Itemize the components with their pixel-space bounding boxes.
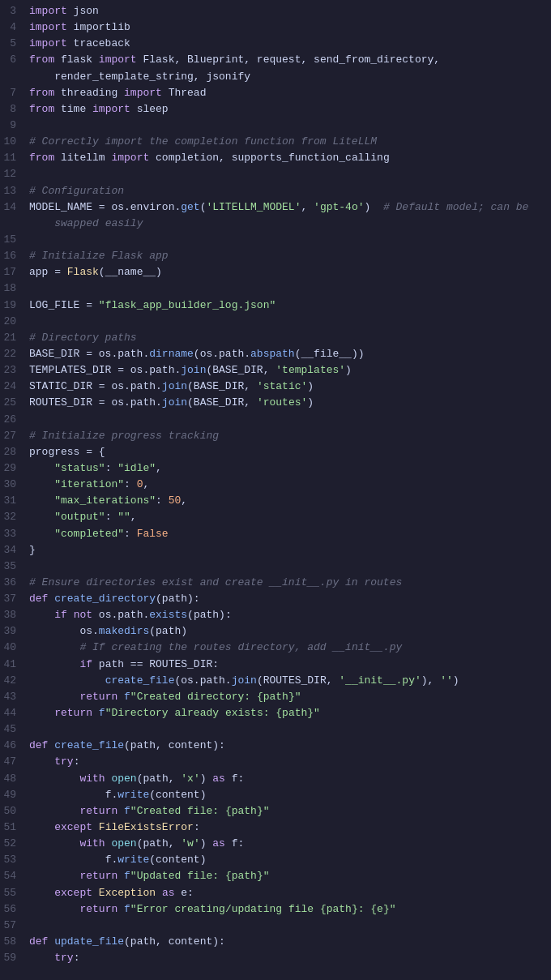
code-line: 46def create_file(path, content): xyxy=(0,738,551,754)
code-line: 14MODEL_NAME = os.environ.get('LITELLM_M… xyxy=(0,199,551,216)
code-line: 25ROUTES_DIR = os.path.join(BASE_DIR, 'r… xyxy=(0,395,551,411)
code-line: 26 xyxy=(0,412,551,428)
code-line: 18 xyxy=(0,280,551,297)
line-number: 52 xyxy=(0,836,29,852)
code-line: swapped easily xyxy=(0,216,551,232)
line-number: 5 xyxy=(0,36,29,52)
code-line: 55 except Exception as e: xyxy=(0,885,551,901)
code-line: render_template_string, jsonify xyxy=(0,69,551,85)
line-content: "completed": False xyxy=(29,526,551,542)
code-line: 30 "iteration": 0, xyxy=(0,477,551,493)
line-content: return f"Error creating/updating file {p… xyxy=(29,901,551,918)
code-editor: 3import json4import importlib5import tra… xyxy=(0,0,551,969)
code-line: 17app = Flask(__name__) xyxy=(0,264,551,280)
code-line: 23TEMPLATES_DIR = os.path.join(BASE_DIR,… xyxy=(0,362,551,379)
line-content: "output": "", xyxy=(29,509,551,525)
line-content: if not os.path.exists(path): xyxy=(29,607,551,623)
line-number: 54 xyxy=(0,868,29,884)
line-content: return f"Created directory: {path}" xyxy=(29,689,551,705)
line-number: 7 xyxy=(0,85,29,101)
line-content: def create_directory(path): xyxy=(29,591,551,607)
line-number: 47 xyxy=(0,754,29,770)
line-content: from threading import Thread xyxy=(29,85,551,101)
line-number: 44 xyxy=(0,705,29,721)
line-content: # Directory paths xyxy=(29,330,551,346)
code-line: 49 f.write(content) xyxy=(0,787,551,803)
line-content: import json xyxy=(29,3,551,19)
line-content: try: xyxy=(29,754,551,770)
line-number: 20 xyxy=(0,314,29,330)
code-line: 52 with open(path, 'w') as f: xyxy=(0,836,551,852)
line-content: # Configuration xyxy=(29,183,551,199)
line-content: def create_file(path, content): xyxy=(29,738,551,754)
line-number: 31 xyxy=(0,493,29,509)
code-line: 37def create_directory(path): xyxy=(0,591,551,607)
line-content: BASE_DIR = os.path.dirname(os.path.abspa… xyxy=(29,346,551,362)
line-number: 22 xyxy=(0,346,29,362)
line-content: progress = { xyxy=(29,444,551,460)
line-number: 16 xyxy=(0,248,29,264)
line-number: 24 xyxy=(0,379,29,395)
line-number: 21 xyxy=(0,330,29,346)
line-number: 28 xyxy=(0,444,29,460)
code-line: 21# Directory paths xyxy=(0,330,551,346)
line-content: # Correctly import the completion functi… xyxy=(29,134,551,150)
line-number: 32 xyxy=(0,509,29,525)
code-line: 43 return f"Created directory: {path}" xyxy=(0,689,551,705)
line-number: 37 xyxy=(0,591,29,607)
line-number: 55 xyxy=(0,885,29,901)
line-content: from time import sleep xyxy=(29,101,551,118)
line-content: except FileExistsError: xyxy=(29,820,551,836)
code-line: 9 xyxy=(0,118,551,134)
line-number: 3 xyxy=(0,3,29,19)
line-content: return f"Created file: {path}" xyxy=(29,803,551,820)
line-content: from litellm import completion, supports… xyxy=(29,150,551,166)
code-line: 6from flask import Flask, Blueprint, req… xyxy=(0,52,551,68)
line-content: # Initialize Flask app xyxy=(29,248,551,264)
line-number: 38 xyxy=(0,607,29,623)
line-number: 36 xyxy=(0,575,29,591)
line-content: } xyxy=(29,542,551,558)
code-line: 20 xyxy=(0,314,551,330)
line-content: if path == ROUTES_DIR: xyxy=(29,657,551,673)
line-number: 59 xyxy=(0,950,29,966)
line-number: 51 xyxy=(0,820,29,836)
line-number: 50 xyxy=(0,803,29,820)
line-number: 26 xyxy=(0,412,29,428)
code-line: 4import importlib xyxy=(0,19,551,36)
line-content: return f"Updated file: {path}" xyxy=(29,868,551,884)
code-line: 7from threading import Thread xyxy=(0,85,551,101)
code-line: 3import json xyxy=(0,3,551,19)
code-line: 51 except FileExistsError: xyxy=(0,820,551,836)
line-number: 25 xyxy=(0,395,29,411)
code-line: 8from time import sleep xyxy=(0,101,551,118)
line-content: except Exception as e: xyxy=(29,885,551,901)
code-line: 41 if path == ROUTES_DIR: xyxy=(0,657,551,673)
line-content: TEMPLATES_DIR = os.path.join(BASE_DIR, '… xyxy=(29,362,551,379)
code-line: 16# Initialize Flask app xyxy=(0,248,551,264)
line-number: 35 xyxy=(0,558,29,575)
line-content: render_template_string, jsonify xyxy=(29,69,551,85)
code-line: 12 xyxy=(0,166,551,182)
line-number: 53 xyxy=(0,852,29,868)
line-content: swapped easily xyxy=(29,216,551,232)
code-line: 54 return f"Updated file: {path}" xyxy=(0,868,551,884)
line-content: import traceback xyxy=(29,36,551,52)
line-number: 39 xyxy=(0,623,29,640)
line-number: 30 xyxy=(0,477,29,493)
code-line: 45 xyxy=(0,721,551,738)
code-line: 33 "completed": False xyxy=(0,526,551,542)
code-line: 35 xyxy=(0,558,551,575)
line-content: f.write(content) xyxy=(29,787,551,803)
line-number: 4 xyxy=(0,19,29,36)
line-number: 56 xyxy=(0,901,29,918)
code-line: 29 "status": "idle", xyxy=(0,460,551,477)
line-content: MODEL_NAME = os.environ.get('LITELLM_MOD… xyxy=(29,199,551,216)
code-line: 44 return f"Directory already exists: {p… xyxy=(0,705,551,721)
code-line: 56 return f"Error creating/updating file… xyxy=(0,901,551,918)
line-content: f.write(content) xyxy=(29,852,551,868)
code-line: 22BASE_DIR = os.path.dirname(os.path.abs… xyxy=(0,346,551,362)
line-content: import importlib xyxy=(29,19,551,36)
line-content: LOG_FILE = "flask_app_builder_log.json" xyxy=(29,297,551,314)
code-line: 19LOG_FILE = "flask_app_builder_log.json… xyxy=(0,297,551,314)
